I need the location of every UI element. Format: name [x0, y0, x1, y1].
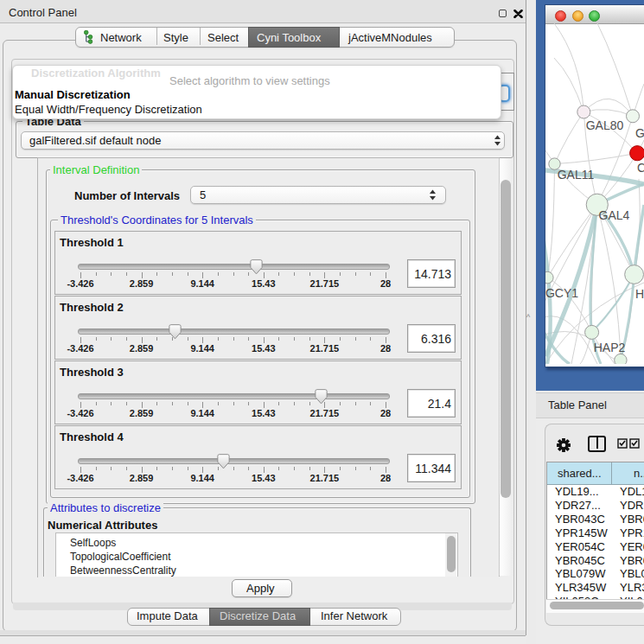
svg-text:GAL11: GAL11 — [558, 168, 595, 182]
svg-text:GCY1: GCY1 — [545, 286, 578, 300]
svg-text:C: C — [637, 161, 644, 175]
svg-text:GAL80: GAL80 — [586, 118, 624, 132]
svg-text:H: H — [635, 287, 644, 301]
svg-text:HAP2: HAP2 — [594, 341, 626, 354]
svg-text:GAL4: GAL4 — [599, 208, 630, 222]
svg-text:GA: GA — [635, 126, 644, 140]
